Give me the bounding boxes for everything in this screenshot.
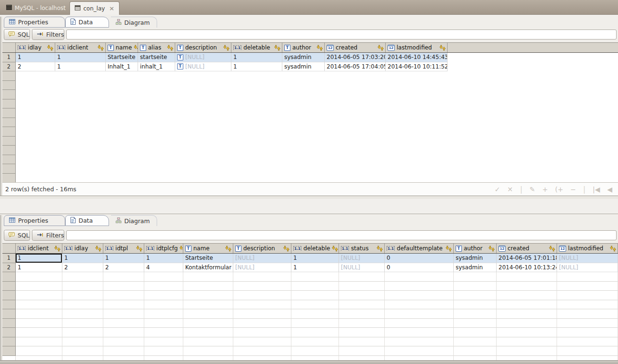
edit-cell-icon[interactable]: ✎	[529, 186, 535, 193]
cell[interactable]: 1	[291, 263, 339, 273]
cell[interactable]: 1	[16, 263, 62, 273]
cell[interactable]: 2	[16, 62, 55, 72]
tab-diagram[interactable]: Diagram	[111, 17, 157, 28]
cell[interactable]: T[NULL]	[175, 62, 231, 72]
column-header-description[interactable]: Tdescription	[233, 244, 291, 253]
cell[interactable]: 1	[55, 62, 106, 72]
cell[interactable]: [NULL]	[339, 254, 385, 263]
cell[interactable]: 2	[62, 263, 103, 273]
previous-page-icon[interactable]: ◀	[607, 186, 612, 193]
sort-icon[interactable]	[179, 246, 183, 252]
duplicate-row-icon[interactable]: (+	[555, 186, 563, 193]
cell[interactable]: 0	[385, 254, 454, 263]
cell[interactable]: 4	[144, 263, 183, 273]
sort-icon[interactable]	[549, 246, 555, 252]
cell[interactable]: [NULL]	[557, 263, 618, 273]
cell[interactable]: 1	[144, 254, 183, 263]
row-number-cell[interactable]: 1	[2, 254, 16, 263]
sort-icon[interactable]	[377, 246, 383, 252]
cell[interactable]: [NULL]	[233, 254, 291, 263]
cell[interactable]: 2014-06-10 14:45:43	[386, 53, 448, 62]
column-header-name[interactable]: Tname	[183, 244, 233, 253]
cell[interactable]: 0	[385, 263, 454, 273]
tab-mysql-localhost[interactable]: MySQL - localhost	[1, 2, 70, 14]
cell[interactable]: 2014-06-10 10:11:52	[386, 62, 448, 72]
cell[interactable]: 2014-06-05 17:04:05	[325, 62, 386, 72]
column-header-created[interactable]: 12created	[497, 244, 557, 253]
cell[interactable]: 2014-06-05 17:01:18	[497, 254, 557, 263]
tab-data[interactable]: Data	[65, 17, 109, 28]
sort-icon[interactable]	[98, 45, 104, 51]
cell[interactable]: 1	[16, 254, 62, 263]
sql-button[interactable]: SQL	[4, 230, 30, 241]
section-divider[interactable]	[0, 196, 618, 199]
cell[interactable]: [NULL]	[339, 263, 385, 273]
column-header-status[interactable]: 1.1status	[339, 244, 385, 253]
close-icon[interactable]: ×	[109, 6, 114, 11]
reject-changes-icon[interactable]: ✕	[507, 186, 513, 193]
tab-con-lay[interactable]: con_lay ×	[70, 1, 120, 15]
cell[interactable]: 2014-06-10 10:13:24	[497, 263, 557, 273]
row-number-cell[interactable]: 2	[2, 62, 16, 72]
sort-icon[interactable]	[54, 246, 60, 252]
cell[interactable]: 1	[103, 254, 144, 263]
column-header-idtpl[interactable]: 1.1idtpl	[103, 244, 144, 253]
grid-corner[interactable]	[2, 43, 16, 52]
column-header-idclient[interactable]: 1.1idclient	[16, 244, 62, 253]
column-header-defaulttemplate[interactable]: 1.1defaulttemplate	[385, 244, 454, 253]
column-header-idlay[interactable]: 1.1idlay	[16, 43, 55, 52]
sort-icon[interactable]	[134, 45, 138, 51]
column-header-idclient[interactable]: 1.1idclient	[55, 43, 106, 52]
cell[interactable]: 1	[231, 62, 282, 72]
cell[interactable]: sysadmin	[454, 263, 497, 273]
cell[interactable]: 1	[55, 53, 106, 62]
column-header-name[interactable]: Tname	[106, 43, 138, 52]
sort-icon[interactable]	[225, 246, 231, 252]
row-number-cell[interactable]: 2	[2, 263, 16, 273]
filters-button[interactable]: Filters	[32, 230, 64, 241]
sort-icon[interactable]	[446, 246, 452, 252]
first-page-icon[interactable]: |◀	[593, 186, 600, 193]
add-row-icon[interactable]: +	[542, 186, 548, 193]
cell[interactable]: inhalt_1	[138, 62, 175, 72]
tab-diagram[interactable]: Diagram	[111, 215, 157, 226]
cell[interactable]: 1	[16, 53, 55, 62]
sort-icon[interactable]	[610, 246, 616, 252]
cell[interactable]: T[NULL]	[175, 53, 231, 62]
sort-icon[interactable]	[47, 45, 53, 51]
cell[interactable]: [NULL]	[557, 254, 618, 263]
cell[interactable]: sysadmin	[282, 62, 325, 72]
apply-changes-icon[interactable]: ✓	[495, 186, 500, 193]
filter-input[interactable]	[66, 30, 617, 39]
sort-icon[interactable]	[439, 45, 446, 51]
column-header-created[interactable]: 12created	[325, 43, 386, 52]
cell[interactable]: Startseite	[183, 254, 233, 263]
sort-icon[interactable]	[378, 45, 384, 51]
cell[interactable]: Kontaktformular	[183, 263, 233, 273]
sql-button[interactable]: SQL	[4, 29, 30, 40]
filters-button[interactable]: Filters	[32, 29, 64, 40]
sort-icon[interactable]	[136, 246, 142, 252]
delete-row-icon[interactable]: −	[570, 186, 576, 193]
cell[interactable]: 2014-06-05 17:03:20	[325, 53, 386, 62]
cell[interactable]: 1	[62, 254, 103, 263]
cell[interactable]: sysadmin	[282, 53, 325, 62]
tab-properties[interactable]: Properties	[4, 17, 65, 28]
column-header-deletable[interactable]: 1.1deletable	[231, 43, 282, 52]
cell[interactable]: sysadmin	[454, 254, 497, 263]
cell[interactable]: Inhalt_1	[106, 62, 138, 72]
column-header-author[interactable]: Tauthor	[282, 43, 325, 52]
sort-icon[interactable]	[488, 246, 495, 252]
tab-data[interactable]: Data	[65, 215, 109, 226]
sort-icon[interactable]	[223, 45, 229, 51]
sort-icon[interactable]	[167, 45, 173, 51]
sort-icon[interactable]	[317, 45, 323, 51]
column-header-deletable[interactable]: 1.1deletable	[291, 244, 339, 253]
cell[interactable]: Startseite	[106, 53, 138, 62]
column-header-lastmodified[interactable]: 12lastmodified	[557, 244, 618, 253]
cell[interactable]: 1	[231, 53, 282, 62]
column-header-author[interactable]: Tauthor	[454, 244, 497, 253]
sort-icon[interactable]	[274, 45, 280, 51]
column-header-idlay[interactable]: 1.1idlay	[62, 244, 103, 253]
sort-icon[interactable]	[332, 246, 338, 252]
